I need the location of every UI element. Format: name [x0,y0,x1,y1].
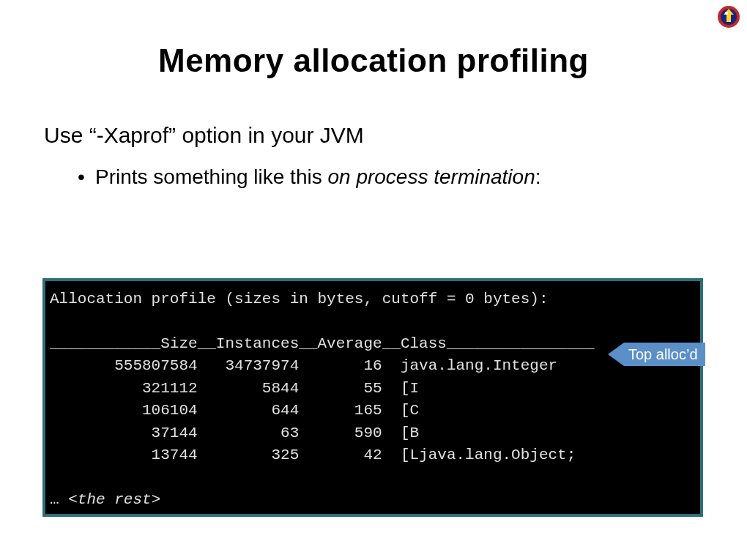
bullet-text-suffix: : [535,165,541,188]
bullet-text-prefix: Prints something like this [95,165,327,188]
top-allocd-callout: Top alloc’d [608,343,705,366]
terminal-rows: 555807584 34737974 16 java.lang.Integer … [50,357,576,463]
callout-label: Top alloc’d [624,343,705,366]
terminal-output: Allocation profile (sizes in bytes, cuto… [42,278,703,517]
svg-point-2 [725,12,728,15]
terminal-header: Allocation profile (sizes in bytes, cuto… [50,291,549,307]
terminal-columns: ____________Size__Instances__Average__Cl… [50,335,595,352]
bullet-text-italic: on process termination [327,165,535,188]
terminal-rest-prefix: … [50,491,68,508]
slide-title: Memory allocation profiling [0,42,747,79]
body-line: Use “-Xaprof” option in your JVM [44,123,747,148]
bullet-item: Prints something like this on process te… [95,165,747,189]
terminal-rest-italic: <the rest> [68,491,160,508]
mascot-logo [716,4,741,29]
arrow-left-icon [608,343,624,366]
